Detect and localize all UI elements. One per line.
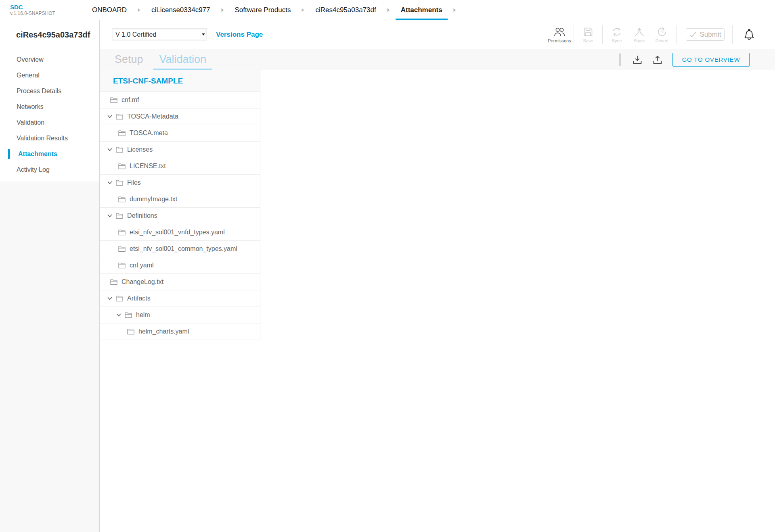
submit-label: Submit — [700, 31, 721, 39]
tree-rows: cnf.mfTOSCA-MetadataTOSCA.metaLicensesLI… — [100, 92, 260, 340]
tree-node-tosca-metadata[interactable]: TOSCA-Metadata — [100, 108, 260, 125]
go-to-overview-button[interactable]: GO TO OVERVIEW — [672, 53, 750, 67]
sidebar-item-validation[interactable]: Validation — [0, 115, 99, 130]
main-column: V 1.0 Certified Versions Page Permissons… — [100, 20, 775, 532]
sidebar-item-label: Process Details — [17, 88, 61, 95]
breadcrumb-arrow-icon — [296, 0, 310, 20]
tree-node-etsi-nfv-sol001-common-types-yaml[interactable]: etsi_nfv_sol001_common_types.yaml — [100, 241, 260, 257]
active-item-bar — [8, 149, 10, 159]
sidebar-item-label: Overview — [17, 56, 44, 63]
breadcrumb-item-onboard[interactable]: ONBOARD — [87, 0, 146, 20]
active-tab-underline — [153, 69, 213, 70]
content-area: ETSI-CNF-SAMPLE cnf.mfTOSCA-MetadataTOSC… — [100, 70, 775, 532]
tree-node-helm-charts-yaml[interactable]: helm_charts.yaml — [100, 323, 260, 340]
sidebar-item-validation-results[interactable]: Validation Results — [0, 130, 99, 146]
sidebar-item-networks[interactable]: Networks — [0, 99, 99, 115]
sidebar: ciRes4c95a03a73df OverviewGeneralProcess… — [0, 20, 100, 532]
version-select-value: V 1.0 Certified — [112, 29, 200, 40]
sidebar-item-process-details[interactable]: Process Details — [0, 83, 99, 99]
tree-node-cnf-yaml[interactable]: cnf.yaml — [100, 257, 260, 274]
tree-node-label: TOSCA-Metadata — [127, 113, 178, 120]
tree-node-license-txt[interactable]: LICENSE.txt — [100, 158, 260, 175]
tab-validation[interactable]: Validation — [153, 49, 213, 70]
share-button: Share — [628, 26, 651, 43]
tree-node-label: Files — [127, 179, 141, 186]
folder-icon — [118, 196, 126, 202]
tree-node-cnf-mf[interactable]: cnf.mf — [100, 92, 260, 108]
download-icon[interactable] — [632, 55, 643, 65]
tree-node-label: ChangeLog.txt — [121, 278, 163, 286]
tree-node-label: dummyImage.txt — [130, 196, 177, 203]
breadcrumb-item-cires4c95a03a73df[interactable]: ciRes4c95a03a73df — [310, 0, 395, 20]
folder-icon — [116, 213, 123, 219]
active-breadcrumb-underline — [396, 19, 448, 20]
tree-node-dummyimage-txt[interactable]: dummyImage.txt — [100, 191, 260, 208]
chevron-down-icon[interactable] — [107, 114, 113, 119]
chevron-down-icon[interactable] — [107, 147, 113, 152]
folder-icon — [116, 295, 123, 302]
sidebar-item-attachments[interactable]: Attachments — [0, 146, 99, 162]
breadcrumb-label: Software Products — [230, 0, 296, 20]
version-select[interactable]: V 1.0 Certified — [112, 29, 207, 40]
body-row: ciRes4c95a03a73df OverviewGeneralProcess… — [0, 20, 775, 532]
sidebar-item-general[interactable]: General — [0, 67, 99, 83]
chevron-down-icon[interactable] — [107, 180, 113, 186]
tree-node-tosca-meta[interactable]: TOSCA.meta — [100, 125, 260, 142]
submit-button[interactable]: Submit — [686, 28, 725, 41]
chevron-down-icon[interactable] — [107, 296, 113, 301]
folder-icon — [125, 312, 132, 318]
toolbar-divider — [732, 25, 733, 44]
sidebar-item-label: Activity Log — [17, 166, 50, 173]
notifications-bell-icon[interactable] — [744, 29, 755, 41]
breadcrumb-label: ciLicense0334c977 — [146, 0, 216, 20]
logo-version: v.1.16.0-SNAPSHOT — [10, 10, 87, 16]
tab-setup[interactable]: Setup — [109, 49, 149, 70]
tree-node-label: helm — [136, 311, 150, 319]
breadcrumb-item-software-products[interactable]: Software Products — [230, 0, 310, 20]
sdc-logo[interactable]: SDC v.1.16.0-SNAPSHOT — [0, 0, 87, 20]
tree-node-changelog-txt[interactable]: ChangeLog.txt — [100, 274, 260, 290]
tree-node-etsi-nfv-sol001-vnfd-types-yaml[interactable]: etsi_nfv_sol001_vnfd_types.yaml — [100, 224, 260, 241]
tree-node-label: Artifacts — [127, 295, 151, 302]
breadcrumb-item-attachments[interactable]: Attachments — [396, 0, 462, 20]
versions-page-link[interactable]: Versions Page — [216, 31, 263, 39]
chevron-down-icon — [200, 29, 207, 40]
folder-icon — [118, 229, 126, 236]
breadcrumb-label: Attachments — [396, 0, 448, 20]
toolbar: V 1.0 Certified Versions Page Permissons… — [100, 20, 775, 49]
upload-icon[interactable] — [652, 55, 663, 65]
sidebar-item-label: Validation Results — [17, 135, 68, 142]
sidebar-item-overview[interactable]: Overview — [0, 52, 99, 67]
toolbar-divider — [676, 25, 677, 44]
breadcrumb-arrow-icon — [132, 0, 146, 20]
breadcrumb-item-cilicense0334c977[interactable]: ciLicense0334c977 — [146, 0, 230, 20]
sidebar-item-activity-log[interactable]: Activity Log — [0, 162, 99, 177]
permissons-button[interactable]: Permissons — [548, 26, 571, 43]
tree-node-helm[interactable]: helm — [100, 307, 260, 323]
sidebar-item-label: General — [17, 72, 40, 79]
tree-node-label: LICENSE.txt — [130, 163, 166, 170]
tree-node-label: etsi_nfv_sol001_vnfd_types.yaml — [130, 229, 225, 236]
tree-node-artifacts[interactable]: Artifacts — [100, 290, 260, 307]
logo-title: SDC — [10, 4, 87, 10]
chevron-down-icon[interactable] — [107, 213, 113, 219]
tree-node-files[interactable]: Files — [100, 175, 260, 191]
breadcrumb-label: ONBOARD — [87, 0, 132, 20]
folder-icon — [118, 246, 126, 252]
sync-icon — [611, 26, 622, 37]
folder-icon — [118, 130, 126, 136]
save-icon — [583, 26, 593, 37]
chevron-down-icon[interactable] — [116, 312, 121, 318]
tree-node-label: TOSCA.meta — [130, 129, 168, 137]
folder-icon — [110, 97, 117, 103]
attachments-tree-panel: ETSI-CNF-SAMPLE cnf.mfTOSCA-MetadataTOSC… — [100, 70, 260, 340]
folder-icon — [116, 179, 123, 186]
folder-icon — [118, 163, 126, 169]
tree-node-licenses[interactable]: Licenses — [100, 142, 260, 158]
tree-node-definitions[interactable]: Definitions — [100, 208, 260, 224]
sync-button: Sync — [605, 26, 628, 43]
sidebar-item-label: Networks — [17, 103, 44, 111]
toolbar-divider — [602, 25, 603, 44]
breadcrumb-arrow-icon — [381, 0, 396, 20]
tree-node-label: Definitions — [127, 212, 157, 219]
